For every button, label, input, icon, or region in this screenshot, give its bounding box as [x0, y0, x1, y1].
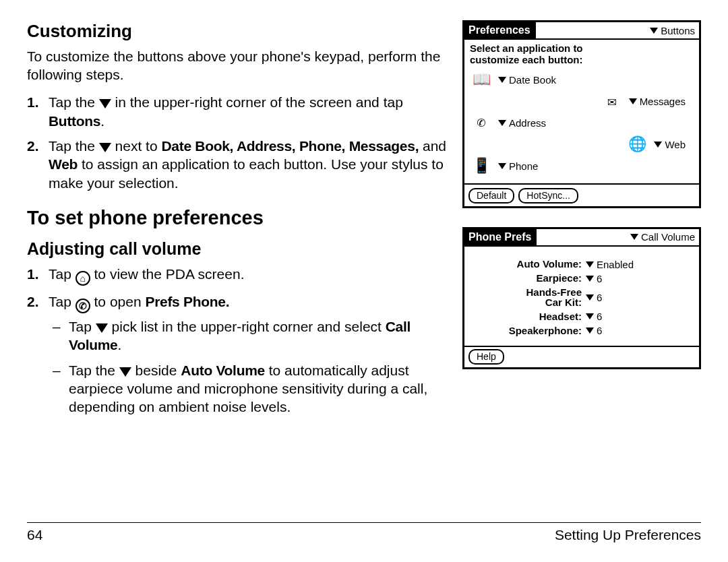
palm-footer: Default HotSync... [464, 183, 699, 206]
triangle-down-icon [119, 367, 131, 377]
help-button[interactable]: Help [468, 349, 504, 365]
pref-row: Earpiece: 6 [471, 273, 692, 284]
button-assign-row: ✆ Address [470, 113, 694, 133]
palm-footer: Help [464, 346, 699, 367]
step-text: Tap the next to Date Book, Address, Phon… [49, 138, 446, 191]
screenshot-column: Preferences Buttons Select an applicatio… [462, 20, 701, 423]
prefs-icon: ✆ [75, 299, 90, 313]
pref-value-dropdown[interactable]: Enabled [586, 259, 634, 270]
step-text: Tap the in the upper-right corner of the… [49, 94, 403, 128]
pref-value-dropdown[interactable]: 6 [586, 311, 602, 322]
messages-icon: ✉ [601, 92, 624, 112]
substep-item: Tap the beside Auto Volume to automatica… [49, 361, 448, 416]
triangle-down-icon [99, 99, 111, 108]
step-number: 1. [27, 93, 39, 111]
triangle-down-icon [586, 276, 594, 282]
triangle-down-icon [498, 120, 506, 126]
pref-row: Hands-Free Car Kit: 6 [471, 287, 692, 309]
button-assign-row: 🌐 Web [470, 135, 694, 155]
page-footer: 64 Setting Up Preferences [27, 522, 701, 543]
address-icon: ✆ [470, 113, 493, 133]
palm-header: Phone Prefs Call Volume [464, 229, 699, 247]
pref-label: Earpiece: [471, 273, 586, 284]
palm-header: Preferences Buttons [464, 22, 699, 40]
button-assign-row: ✉ Messages [470, 92, 694, 112]
button-assign-dropdown[interactable]: Date Book [498, 74, 556, 86]
dropdown-label: Call Volume [641, 231, 695, 243]
hotsync-button[interactable]: HotSync... [518, 188, 578, 204]
triangle-down-icon [630, 234, 638, 240]
palm-title: Phone Prefs [464, 229, 537, 247]
heading-customizing: Customizing [27, 20, 448, 43]
button-assign-row: 📖 Date Book [470, 70, 694, 90]
default-button[interactable]: Default [468, 188, 514, 204]
button-assign-dropdown[interactable]: Phone [498, 160, 538, 172]
step-number: 2. [27, 292, 39, 311]
intro-paragraph: To customize the buttons above your phon… [27, 47, 448, 84]
triangle-down-icon [654, 142, 662, 148]
button-assign-dropdown[interactable]: Address [498, 117, 546, 129]
step-text: Tap ⌂ to view the PDA screen. [49, 266, 244, 282]
palm-instruction: Select an application to customize each … [470, 42, 694, 66]
triangle-down-icon [586, 294, 594, 301]
step-item: 2. Tap the next to Date Book, Address, P… [27, 137, 448, 192]
pref-label: Hands-Free Car Kit: [471, 287, 586, 309]
pref-value-dropdown[interactable]: 6 [586, 292, 602, 303]
palm-screenshot-prefs: Preferences Buttons Select an applicatio… [462, 20, 701, 208]
pref-label: Speakerphone: [471, 325, 586, 336]
button-assign-dropdown[interactable]: Web [654, 139, 686, 150]
text-column: Customizing To customize the buttons abo… [27, 20, 448, 423]
dropdown-label: Buttons [661, 25, 695, 36]
palm-category-dropdown[interactable]: Buttons [650, 25, 695, 36]
palm-category-dropdown[interactable]: Call Volume [630, 231, 695, 243]
pref-value-dropdown[interactable]: 6 [586, 273, 602, 284]
step-item: 2. Tap ✆ to open Prefs Phone. Tap pick l… [27, 292, 448, 416]
triangle-down-icon [650, 28, 658, 34]
step-number: 2. [27, 137, 39, 155]
palm-title: Preferences [464, 22, 536, 40]
steps-volume: 1. Tap ⌂ to view the PDA screen. 2. Tap … [27, 265, 448, 416]
triangle-down-icon [586, 261, 594, 268]
triangle-down-icon [629, 98, 637, 104]
heading-adjusting-volume: Adjusting call volume [27, 238, 448, 260]
step-number: 1. [27, 265, 39, 283]
section-name: Setting Up Preferences [555, 527, 701, 543]
pref-row: Speakerphone: 6 [471, 325, 692, 336]
pref-label: Headset: [471, 311, 586, 322]
triangle-down-icon [96, 323, 108, 333]
web-icon: 🌐 [626, 135, 648, 155]
pref-label: Auto Volume: [471, 259, 586, 270]
step-text: Tap ✆ to open Prefs Phone. [49, 294, 229, 309]
palm-screenshot-phoneprefs: Phone Prefs Call Volume Auto Volume: Ena… [462, 227, 701, 370]
heading-set-phone-prefs: To set phone preferences [27, 206, 448, 231]
triangle-down-icon [99, 143, 111, 152]
button-assign-dropdown[interactable]: Messages [629, 96, 686, 107]
substeps-volume: Tap pick list in the upper-right corner … [49, 317, 448, 416]
triangle-down-icon [586, 313, 594, 319]
home-icon: ⌂ [75, 271, 90, 286]
step-item: 1. Tap ⌂ to view the PDA screen. [27, 265, 448, 286]
button-assign-row: 📱 Phone [470, 156, 694, 177]
substep-item: Tap pick list in the upper-right corner … [49, 317, 448, 354]
step-item: 1. Tap the in the upper-right corner of … [27, 93, 448, 130]
pref-row: Headset: 6 [471, 311, 692, 322]
datebook-icon: 📖 [470, 70, 493, 90]
phone-icon: 📱 [470, 156, 493, 177]
triangle-down-icon [498, 163, 506, 169]
pref-value-dropdown[interactable]: 6 [586, 325, 602, 336]
steps-customizing: 1. Tap the in the upper-right corner of … [27, 93, 448, 191]
triangle-down-icon [498, 77, 506, 83]
pref-row: Auto Volume: Enabled [471, 259, 692, 270]
page-number: 64 [27, 527, 42, 543]
triangle-down-icon [586, 327, 594, 334]
